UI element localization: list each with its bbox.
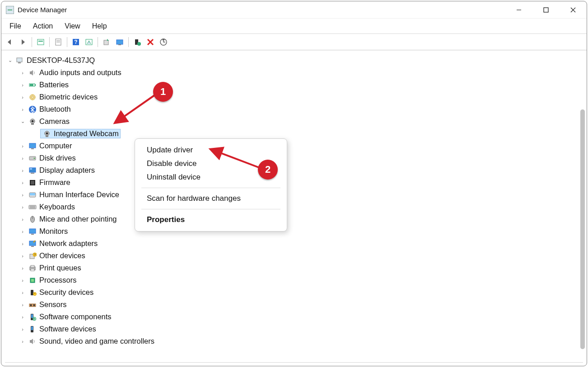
tree-node-sensor[interactable]: › Sensors bbox=[6, 298, 585, 311]
help-icon[interactable]: ? bbox=[70, 36, 82, 48]
disk-icon bbox=[28, 154, 37, 162]
toolbar-sep bbox=[98, 37, 98, 47]
svg-rect-55 bbox=[31, 246, 34, 247]
tree-label: Computer bbox=[39, 142, 72, 150]
maximize-button[interactable] bbox=[532, 1, 560, 19]
menu-file[interactable]: File bbox=[4, 20, 27, 32]
close-button[interactable] bbox=[560, 1, 587, 19]
tree-node-webcam[interactable]: Integrated Webcam bbox=[6, 128, 585, 140]
monitor2-icon bbox=[28, 227, 37, 236]
menu-view[interactable]: View bbox=[59, 20, 85, 32]
chevron-icon[interactable]: › bbox=[19, 241, 26, 246]
chevron-icon[interactable]: › bbox=[19, 278, 26, 283]
chevron-icon[interactable]: › bbox=[19, 326, 26, 332]
chevron-icon[interactable]: › bbox=[19, 156, 26, 161]
svg-rect-31 bbox=[31, 123, 34, 125]
show-hidden-icon[interactable] bbox=[35, 36, 47, 48]
chevron-icon[interactable]: › bbox=[19, 192, 26, 198]
chevron-icon[interactable]: › bbox=[19, 204, 26, 210]
tree-node-camera[interactable]: ⌄ Cameras bbox=[6, 115, 585, 128]
svg-rect-12 bbox=[104, 40, 108, 45]
status-border bbox=[5, 362, 583, 366]
svg-rect-40 bbox=[31, 173, 34, 174]
chevron-icon[interactable]: › bbox=[19, 253, 26, 259]
chevron-icon[interactable]: › bbox=[19, 290, 26, 295]
tree-node-security[interactable]: › Security devices bbox=[6, 286, 585, 298]
action-properties-icon[interactable] bbox=[83, 36, 95, 48]
menu-help[interactable]: Help bbox=[87, 20, 112, 32]
chevron-icon[interactable]: › bbox=[19, 180, 26, 185]
tree-node-sound[interactable]: › Sound, video and game controllers bbox=[6, 335, 585, 347]
scrollbar[interactable] bbox=[580, 109, 585, 349]
fingerprint-icon bbox=[28, 93, 37, 101]
tree-label: Processors bbox=[39, 276, 77, 284]
tree-node-swcomp[interactable]: › Software components bbox=[6, 311, 585, 323]
chevron-icon[interactable]: › bbox=[19, 217, 26, 222]
tree-node-speaker[interactable]: › Audio inputs and outputs bbox=[6, 66, 585, 79]
chevron-icon[interactable]: › bbox=[19, 143, 26, 149]
svg-text:?: ? bbox=[74, 39, 77, 45]
annotation-badge-2: 2 bbox=[258, 160, 278, 180]
ctx-scan-for-hardware-changes[interactable]: Scan for hardware changes bbox=[135, 192, 287, 205]
svg-rect-35 bbox=[29, 143, 36, 148]
properties-icon[interactable] bbox=[52, 36, 64, 48]
tree-label: Keyboards bbox=[39, 203, 75, 211]
uninstall-icon[interactable] bbox=[114, 36, 126, 48]
chevron-icon[interactable]: › bbox=[19, 82, 26, 88]
svg-rect-43 bbox=[31, 181, 34, 184]
chevron-icon[interactable]: › bbox=[19, 229, 26, 234]
svg-rect-66 bbox=[34, 293, 35, 294]
tree-node-firmware[interactable]: › Firmware bbox=[6, 176, 585, 189]
tree-node-other[interactable]: › ? Other devices bbox=[6, 250, 585, 262]
enable-icon[interactable] bbox=[131, 36, 143, 48]
chevron-icon[interactable]: › bbox=[19, 107, 26, 112]
back-button[interactable] bbox=[4, 36, 16, 48]
chevron-icon[interactable]: › bbox=[19, 95, 26, 100]
tree-label: Disk drives bbox=[39, 154, 76, 162]
network-icon bbox=[28, 240, 37, 248]
tree-label: Batteries bbox=[39, 80, 69, 89]
ctx-properties[interactable]: Properties bbox=[135, 213, 287, 227]
tree-node-cpu[interactable]: › Processors bbox=[6, 274, 585, 286]
menu-action[interactable]: Action bbox=[28, 20, 58, 32]
tree-node-mouse[interactable]: › Mice and other pointing bbox=[6, 213, 585, 225]
chevron-icon[interactable]: › bbox=[19, 168, 26, 173]
tree-node-monitor2[interactable]: › Monitors bbox=[6, 225, 585, 237]
device-tree[interactable]: ⌄ DESKTOP-4L537JQ› Audio inputs and outp… bbox=[1, 51, 587, 362]
scrollbar-thumb[interactable] bbox=[580, 109, 585, 349]
tree-node-swdev[interactable]: › Software devices bbox=[6, 323, 585, 335]
chevron-down-icon[interactable]: ⌄ bbox=[7, 57, 13, 63]
chevron-icon[interactable]: ⌄ bbox=[19, 118, 26, 124]
tree-label: Software devices bbox=[39, 325, 96, 333]
tree-node-bluetooth[interactable]: › Bluetooth bbox=[6, 103, 585, 115]
tree-label: Print queues bbox=[39, 264, 81, 272]
svg-rect-52 bbox=[29, 229, 36, 233]
tree-node-display[interactable]: › Display adapters bbox=[6, 164, 585, 176]
svg-rect-71 bbox=[31, 314, 33, 318]
chevron-icon[interactable]: › bbox=[19, 70, 26, 76]
svg-rect-60 bbox=[31, 265, 34, 267]
ctx-update-driver[interactable]: Update driver bbox=[135, 143, 287, 157]
tree-node-hid[interactable]: › Human Interface Device bbox=[6, 189, 585, 201]
minimize-button[interactable] bbox=[505, 1, 532, 19]
tree-node-printer[interactable]: › Print queues bbox=[6, 262, 585, 274]
mouse-icon bbox=[28, 215, 37, 223]
firmware-icon bbox=[28, 179, 37, 187]
chevron-icon[interactable]: › bbox=[19, 265, 26, 271]
tree-node-battery[interactable]: › Batteries bbox=[6, 79, 585, 91]
tree-node-network[interactable]: › Network adapters bbox=[6, 237, 585, 250]
scan-hardware-icon[interactable] bbox=[158, 36, 169, 48]
tree-node-fingerprint[interactable]: › Biometric devices bbox=[6, 91, 585, 103]
tree-node-keyboard[interactable]: › Keyboards bbox=[6, 201, 585, 213]
update-driver-icon[interactable] bbox=[101, 36, 112, 48]
tree-node-monitor[interactable]: › Computer bbox=[6, 140, 585, 152]
security-icon bbox=[28, 289, 37, 297]
tree-node-disk[interactable]: › Disk drives bbox=[6, 152, 585, 164]
chevron-icon[interactable]: › bbox=[19, 339, 26, 344]
svg-rect-68 bbox=[30, 304, 32, 306]
forward-button[interactable] bbox=[17, 36, 29, 48]
chevron-icon[interactable]: › bbox=[19, 302, 26, 308]
disable-icon[interactable] bbox=[145, 36, 156, 48]
chevron-icon[interactable]: › bbox=[19, 314, 26, 320]
tree-root[interactable]: ⌄ DESKTOP-4L537JQ bbox=[6, 54, 585, 66]
